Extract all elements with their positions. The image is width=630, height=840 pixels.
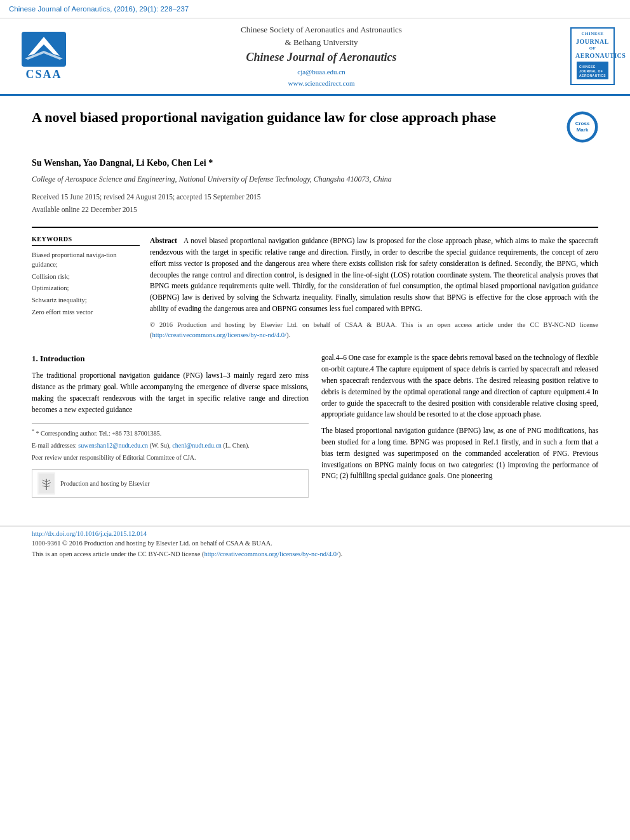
license-link[interactable]: http://creativecommons.org/licenses/by-n… bbox=[152, 331, 287, 338]
footnotes: * * Corresponding author. Tel.: +86 731 … bbox=[32, 423, 309, 463]
abstract-label: Abstract bbox=[150, 237, 177, 244]
footnote-star: * * Corresponding author. Tel.: +86 731 … bbox=[32, 428, 309, 439]
footnote-email2-link[interactable]: chenl@nudt.edu.cn bbox=[172, 442, 222, 449]
keyword-5: Zero effort miss vector bbox=[32, 308, 140, 317]
body-col-left: 1. Introduction The traditional proporti… bbox=[32, 352, 309, 498]
article-dates: Received 15 June 2015; revised 24 August… bbox=[32, 190, 598, 217]
email-link[interactable]: cja@buaa.edu.cn bbox=[297, 68, 345, 76]
keyword-1: Biased proportional naviga-tion guidance… bbox=[32, 251, 140, 269]
society-name: Chinese Society of Aeronautics and Astro… bbox=[85, 23, 558, 48]
keywords-list: Biased proportional naviga-tion guidance… bbox=[32, 251, 140, 317]
abstract-body: A novel biased proportional navigation g… bbox=[150, 237, 598, 312]
body-col-right: goal.4–6 One case for example is the spa… bbox=[321, 352, 598, 498]
csaa-text: CSAA bbox=[25, 68, 62, 81]
online-date: Available online 22 December 2015 bbox=[32, 203, 598, 217]
plane-icon bbox=[22, 32, 66, 67]
authors: Su Wenshan, Yao Dangnai, Li Kebo, Chen L… bbox=[32, 158, 598, 168]
website-link[interactable]: www.sciencedirect.com bbox=[288, 79, 355, 87]
keyword-2: Collision risk; bbox=[32, 272, 140, 282]
journal-link[interactable]: Chinese Journal of Aeronautics, (2016), … bbox=[9, 5, 189, 13]
elsevier-footer: Production and hosting by Elsevier bbox=[32, 469, 309, 498]
doi-link[interactable]: http://dx.doi.org/10.1016/j.cja.2015.12.… bbox=[32, 530, 147, 537]
footnote-email1-link[interactable]: suwenshan12@nudt.edu.cn bbox=[78, 442, 148, 449]
keyword-3: Optimization; bbox=[32, 284, 140, 293]
abstract-section: KEYWORDS Biased proportional naviga-tion… bbox=[32, 227, 598, 340]
top-link-bar: Chinese Journal of Aeronautics, (2016), … bbox=[0, 0, 630, 18]
svg-text:AERONAUTICS: AERONAUTICS bbox=[579, 74, 606, 77]
journal-badge-container: CHINESE JOURNAL OF AERONAUTICS CHINESE J… bbox=[564, 27, 621, 84]
bottom-bar: http://dx.doi.org/10.1016/j.cja.2015.12.… bbox=[0, 526, 630, 564]
article-title-row: A novel biased proportional navigation g… bbox=[32, 109, 598, 148]
intro-p3: The biased proportional navigation guida… bbox=[321, 425, 598, 482]
article-title-text: A novel biased proportional navigation g… bbox=[32, 109, 566, 127]
csaa-logo-container: CSAA bbox=[9, 32, 79, 81]
elsevier-icon bbox=[37, 472, 55, 495]
journal-links: cja@buaa.edu.cn www.sciencedirect.com bbox=[85, 67, 558, 89]
license-close: ). bbox=[286, 331, 290, 338]
journal-thumbnail: CHINESE JOURNAL OF AERONAUTICS bbox=[577, 62, 608, 79]
intro-p1: The traditional proportional navigation … bbox=[32, 370, 309, 415]
keyword-4: Schwartz inequality; bbox=[32, 296, 140, 305]
csaa-logo: CSAA bbox=[22, 32, 66, 81]
received-date: Received 15 June 2015; revised 24 August… bbox=[32, 190, 598, 204]
keywords-title: KEYWORDS bbox=[32, 236, 140, 246]
crossmark-container: Cross Mark bbox=[566, 109, 598, 148]
crossmark-icon: Cross Mark bbox=[566, 111, 598, 143]
abstract-box: Abstract A novel biased proportional nav… bbox=[150, 236, 598, 340]
header-center: Chinese Society of Aeronautics and Astro… bbox=[79, 23, 564, 89]
abstract-text: Abstract A novel biased proportional nav… bbox=[150, 236, 598, 315]
elsevier-label: Production and hosting by Elsevier bbox=[60, 479, 150, 489]
journal-title: Chinese Journal of Aeronautics bbox=[85, 51, 558, 64]
keywords-box: KEYWORDS Biased proportional naviga-tion… bbox=[32, 236, 140, 340]
intro-section-title: 1. Introduction bbox=[32, 352, 309, 365]
intro-p2: goal.4–6 One case for example is the spa… bbox=[321, 352, 598, 420]
affiliation: College of Aerospace Science and Enginee… bbox=[32, 175, 598, 184]
svg-text:Mark: Mark bbox=[577, 127, 589, 133]
footnote-email: E-mail addresses: suwenshan12@nudt.edu.c… bbox=[32, 441, 309, 451]
footnote-peer: Peer review under responsibility of Edit… bbox=[32, 453, 309, 463]
main-content: A novel biased proportional navigation g… bbox=[0, 96, 630, 510]
bottom-license-link[interactable]: http://creativecommons.org/licenses/by-n… bbox=[204, 550, 338, 557]
svg-text:Cross: Cross bbox=[575, 121, 590, 126]
bottom-bar-text: 1000-9361 © 2016 Production and hosting … bbox=[32, 538, 598, 560]
svg-text:CHINESE: CHINESE bbox=[579, 65, 596, 69]
license-text: © 2016 Production and hosting by Elsevie… bbox=[150, 320, 598, 340]
journal-header: CSAA Chinese Society of Aeronautics and … bbox=[0, 18, 630, 96]
svg-text:JOURNAL OF: JOURNAL OF bbox=[579, 69, 603, 73]
journal-badge: CHINESE JOURNAL OF AERONAUTICS CHINESE J… bbox=[570, 27, 615, 84]
body-columns: 1. Introduction The traditional proporti… bbox=[32, 352, 598, 498]
